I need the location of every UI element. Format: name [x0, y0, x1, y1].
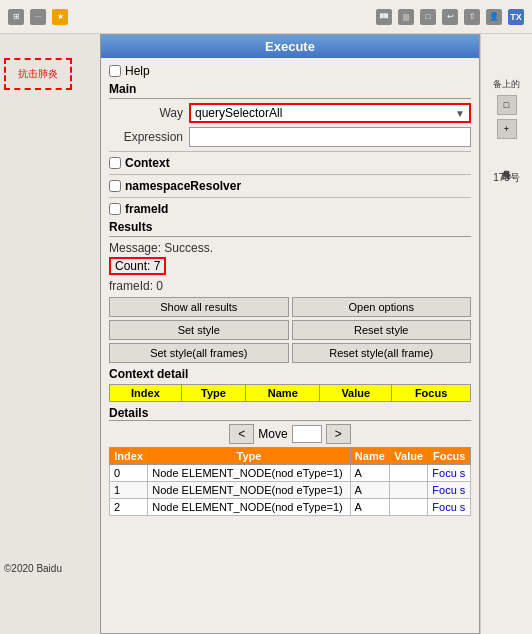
- right-number: 173号: [493, 171, 520, 185]
- ctx-col-focus: Focus: [392, 385, 471, 402]
- move-input[interactable]: 1: [292, 425, 322, 443]
- row-focus[interactable]: Focu s: [428, 499, 471, 516]
- grid-icon[interactable]: ⊞: [8, 9, 24, 25]
- context-row: Context: [109, 156, 471, 170]
- sep3: [109, 197, 471, 198]
- way-value: querySelectorAll: [195, 106, 282, 120]
- right-icon-2[interactable]: +: [497, 119, 517, 139]
- row-value: [390, 499, 428, 516]
- row-name: A: [350, 465, 390, 482]
- red-dashed-highlight: 抗击肺炎: [4, 58, 72, 90]
- row-type: Node ELEMENT_NODE(nod eType=1): [148, 465, 350, 482]
- help-row: Help: [109, 64, 471, 78]
- message-text: Message: Success.: [109, 241, 471, 255]
- left-sidebar: 抗击肺炎 ©2020 Baidu: [0, 34, 100, 634]
- row-type: Node ELEMENT_NODE(nod eType=1): [148, 482, 350, 499]
- row-value: [390, 465, 428, 482]
- show-all-results-button[interactable]: Show all results: [109, 297, 289, 317]
- sep1: [109, 151, 471, 152]
- dialog-title: Execute: [101, 35, 479, 58]
- right-sidebar: 备上的 □ + 多产品号 173号: [480, 34, 532, 634]
- row-index: 1: [110, 482, 148, 499]
- star-icon[interactable]: ★: [52, 9, 68, 25]
- context-label: Context: [125, 156, 170, 170]
- ctx-col-value: Value: [320, 385, 392, 402]
- row-value: [390, 482, 428, 499]
- reset-style-all-button[interactable]: Reset style(all frame): [292, 343, 472, 363]
- row-name: A: [350, 499, 390, 516]
- frameid-result-text: frameId: 0: [109, 279, 471, 293]
- button-grid: Show all results Open options Set style …: [109, 297, 471, 363]
- bookmark-icon[interactable]: 📖: [376, 9, 392, 25]
- way-label: Way: [109, 106, 189, 120]
- namespace-checkbox[interactable]: [109, 180, 121, 192]
- context-checkbox[interactable]: [109, 157, 121, 169]
- frameid-label: frameId: [125, 202, 168, 216]
- frameid-checkbox[interactable]: [109, 203, 121, 215]
- detail-col-index: Index: [110, 448, 148, 465]
- forward-icon[interactable]: ⇧: [464, 9, 480, 25]
- context-detail-label: Context detail: [109, 367, 471, 381]
- baidu-copyright: ©2020 Baidu: [4, 563, 62, 574]
- right-icon-1[interactable]: □: [497, 95, 517, 115]
- detail-col-type: Type: [148, 448, 350, 465]
- detail-col-name: Name: [350, 448, 390, 465]
- count-text: Count: 7: [109, 257, 166, 275]
- context-detail-table: Index Type Name Value Focus: [109, 384, 471, 402]
- tab-icon[interactable]: □: [420, 9, 436, 25]
- move-left-button[interactable]: <: [229, 424, 254, 444]
- table-row: 2 Node ELEMENT_NODE(nod eType=1) A Focu …: [110, 499, 471, 516]
- way-select[interactable]: querySelectorAll ▼: [189, 103, 471, 123]
- execute-dialog: Execute Help Main Way querySelectorAll ▼…: [100, 34, 480, 634]
- row-index: 2: [110, 499, 148, 516]
- user-icon[interactable]: 👤: [486, 9, 502, 25]
- move-row: < Move 1 >: [109, 424, 471, 444]
- table-row: 1 Node ELEMENT_NODE(nod eType=1) A Focu …: [110, 482, 471, 499]
- expression-input[interactable]: a.mnav: [189, 127, 471, 147]
- row-name: A: [350, 482, 390, 499]
- namespace-row: namespaceResolver: [109, 179, 471, 193]
- right-text-top: 备上的: [493, 78, 520, 91]
- open-options-button[interactable]: Open options: [292, 297, 472, 317]
- sep2: [109, 174, 471, 175]
- library-icon[interactable]: |||: [398, 9, 414, 25]
- expression-row: Expression a.mnav: [109, 127, 471, 147]
- help-label: Help: [125, 64, 150, 78]
- way-row: Way querySelectorAll ▼: [109, 103, 471, 123]
- browser-toolbar: ⊞ ··· ★ 📖 ||| □ ↩ ⇧ 👤 TX: [0, 0, 532, 34]
- namespace-label: namespaceResolver: [125, 179, 241, 193]
- table-row: 0 Node ELEMENT_NODE(nod eType=1) A Focu …: [110, 465, 471, 482]
- move-label: Move: [258, 427, 287, 441]
- main-section-label: Main: [109, 82, 471, 99]
- reset-style-button[interactable]: Reset style: [292, 320, 472, 340]
- back-icon[interactable]: ↩: [442, 9, 458, 25]
- move-right-button[interactable]: >: [326, 424, 351, 444]
- ctx-col-name: Name: [246, 385, 320, 402]
- details-label: Details: [109, 406, 471, 421]
- frameid-row: frameId: [109, 202, 471, 216]
- ctx-col-index: Index: [110, 385, 182, 402]
- set-style-button[interactable]: Set style: [109, 320, 289, 340]
- set-style-all-button[interactable]: Set style(all frames): [109, 343, 289, 363]
- row-focus[interactable]: Focu s: [428, 465, 471, 482]
- detail-col-value: Value: [390, 448, 428, 465]
- detail-col-focus: Focus: [428, 448, 471, 465]
- row-index: 0: [110, 465, 148, 482]
- ctx-col-type: Type: [181, 385, 245, 402]
- more-icon[interactable]: ···: [30, 9, 46, 25]
- results-section-label: Results: [109, 220, 471, 237]
- select-arrow-icon: ▼: [455, 108, 465, 119]
- row-type: Node ELEMENT_NODE(nod eType=1): [148, 499, 350, 516]
- expression-label: Expression: [109, 130, 189, 144]
- red-label-text: 抗击肺炎: [18, 67, 58, 81]
- detail-table: Index Type Name Value Focus 0 Node ELEME…: [109, 447, 471, 516]
- help-checkbox[interactable]: [109, 65, 121, 77]
- row-focus[interactable]: Focu s: [428, 482, 471, 499]
- tx-icon[interactable]: TX: [508, 9, 524, 25]
